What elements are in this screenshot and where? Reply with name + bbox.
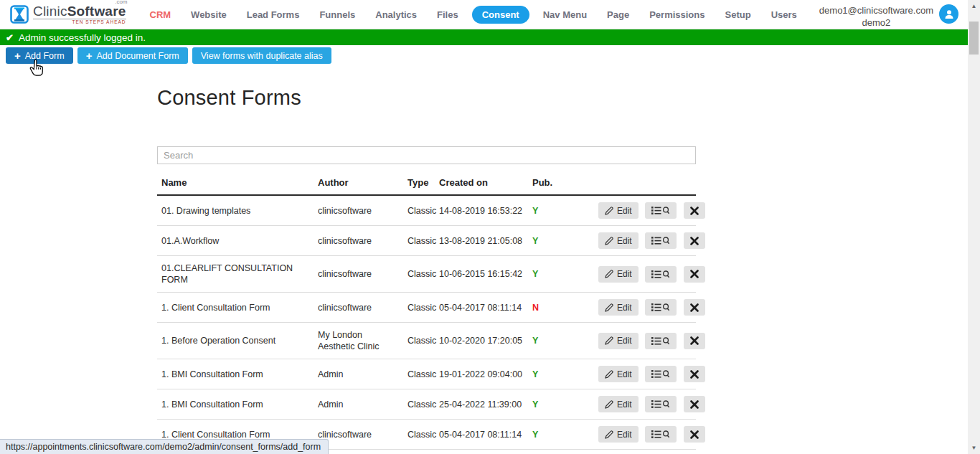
nav-item-setup[interactable]: Setup bbox=[719, 6, 758, 24]
cell-type: Classic bbox=[403, 256, 435, 293]
view-entries-button[interactable] bbox=[645, 366, 677, 382]
cell-pub-status: Y bbox=[528, 226, 590, 256]
x-icon bbox=[690, 303, 699, 312]
clinicsoftware-logo[interactable]: ClinicSoftware .com TEN STEPS AHEAD bbox=[10, 4, 126, 25]
consent-forms-table: NameAuthorTypeCreated onPub. 01. Drawing… bbox=[157, 171, 696, 454]
cell-name: 01. Drawing templates bbox=[157, 195, 314, 226]
main-nav: CRMWebsiteLead FormsFunnelsAnalyticsFile… bbox=[143, 6, 804, 24]
x-icon bbox=[690, 400, 699, 409]
cell-name: 01.CLEARLIFT CONSULTATION FORM bbox=[157, 256, 314, 293]
view-entries-button[interactable] bbox=[645, 426, 677, 443]
cell-pub-status: Y bbox=[528, 359, 590, 389]
edit-button[interactable]: Edit bbox=[598, 333, 639, 349]
view-forms-with-duplicate-alias-button[interactable]: View forms with duplicate alias bbox=[192, 47, 331, 64]
edit-button[interactable]: Edit bbox=[598, 426, 639, 443]
view-entries-button[interactable] bbox=[645, 333, 677, 349]
list-search-icon bbox=[651, 336, 670, 346]
cell-created-on: 05-04-2017 08:11:14 bbox=[435, 420, 528, 450]
edit-button[interactable]: Edit bbox=[598, 232, 639, 249]
column-header-type: Type bbox=[403, 171, 435, 195]
nav-item-page[interactable]: Page bbox=[600, 6, 636, 24]
delete-button[interactable] bbox=[684, 426, 705, 443]
cell-created-on: 13-08-2019 21:05:08 bbox=[435, 226, 528, 256]
cell-created-on: 09-07-2018 18:16:33 bbox=[435, 450, 528, 454]
pencil-icon bbox=[605, 336, 613, 345]
delete-button[interactable] bbox=[684, 299, 705, 316]
delete-button[interactable] bbox=[684, 396, 705, 412]
cell-name: 1. BMI Consultation Form bbox=[157, 359, 314, 389]
cell-created-on: 10-02-2020 17:20:05 bbox=[435, 323, 528, 359]
x-icon bbox=[690, 237, 699, 245]
nav-item-crm[interactable]: CRM bbox=[143, 6, 178, 24]
nav-item-website[interactable]: Website bbox=[184, 6, 233, 24]
cell-type: Classic bbox=[403, 195, 435, 226]
cell-pub-status: N bbox=[528, 293, 590, 323]
delete-button[interactable] bbox=[684, 366, 705, 382]
cell-author: Admin bbox=[314, 359, 403, 389]
pencil-icon bbox=[605, 370, 613, 379]
cell-author: clinicsoftware bbox=[314, 293, 403, 323]
view-entries-button[interactable] bbox=[645, 299, 677, 316]
page-title: Consent Forms bbox=[157, 86, 696, 110]
pencil-icon bbox=[605, 237, 613, 245]
hourglass-logo-icon bbox=[10, 5, 29, 24]
cell-pub-status: Y bbox=[528, 420, 590, 450]
cell-author: My London Aesthetic Clinic bbox=[314, 323, 403, 359]
nav-item-nav-menu[interactable]: Nav Menu bbox=[537, 6, 593, 24]
nav-item-permissions[interactable]: Permissions bbox=[643, 6, 711, 24]
table-row: 1. BMI Consultation Form Admin Classic 2… bbox=[157, 389, 696, 420]
pencil-icon bbox=[605, 303, 613, 312]
nav-item-lead-forms[interactable]: Lead Forms bbox=[240, 6, 306, 24]
success-banner: ✔ Admin successfully logged in. bbox=[0, 29, 968, 45]
x-icon bbox=[690, 270, 699, 278]
edit-button[interactable]: Edit bbox=[598, 396, 639, 412]
scroll-down-arrow-icon[interactable]: ▼ bbox=[968, 442, 980, 454]
list-search-icon bbox=[651, 369, 670, 379]
nav-item-consent[interactable]: Consent bbox=[472, 6, 529, 24]
vertical-scrollbar[interactable]: ▲ ▼ bbox=[968, 0, 980, 454]
pencil-icon bbox=[605, 270, 613, 278]
delete-button[interactable] bbox=[684, 333, 705, 349]
cell-created-on: 19-01-2022 09:04:00 bbox=[435, 359, 528, 389]
edit-button[interactable]: Edit bbox=[598, 202, 639, 219]
add-document-form-button[interactable]: +Add Document Form bbox=[77, 47, 188, 64]
delete-button[interactable] bbox=[684, 266, 705, 283]
cell-type: Classic bbox=[403, 420, 435, 450]
nav-item-users[interactable]: Users bbox=[765, 6, 804, 24]
x-icon bbox=[690, 207, 699, 215]
scroll-up-arrow-icon[interactable]: ▲ bbox=[968, 0, 980, 12]
cell-pub-status: Y bbox=[528, 195, 590, 226]
edit-button[interactable]: Edit bbox=[598, 299, 639, 316]
check-icon: ✔ bbox=[6, 32, 14, 43]
view-entries-button[interactable] bbox=[645, 232, 677, 249]
nav-item-analytics[interactable]: Analytics bbox=[369, 6, 423, 24]
search-input[interactable] bbox=[157, 146, 696, 164]
cell-name: 1. Client Consultation Form bbox=[157, 293, 314, 323]
cell-pub-status: Y bbox=[528, 389, 590, 420]
cell-type: Classic bbox=[403, 323, 435, 359]
table-row: 01. Drawing templates clinicsoftware Cla… bbox=[157, 195, 696, 226]
delete-button[interactable] bbox=[684, 232, 705, 249]
x-icon bbox=[690, 370, 699, 379]
delete-button[interactable] bbox=[684, 202, 705, 219]
view-entries-button[interactable] bbox=[645, 266, 677, 283]
pencil-icon bbox=[605, 430, 613, 439]
cell-name: 01.A.Workflow bbox=[157, 226, 314, 256]
cell-type: Classic bbox=[403, 450, 435, 454]
user-box[interactable]: demo1@clinicsoftware.com demo2 bbox=[819, 2, 958, 29]
edit-button[interactable]: Edit bbox=[598, 266, 639, 283]
cell-author: clinicsoftware bbox=[314, 256, 403, 293]
user-avatar-icon[interactable] bbox=[939, 4, 958, 24]
view-entries-button[interactable] bbox=[645, 396, 677, 412]
cell-author: clinicsoftware bbox=[314, 226, 403, 256]
edit-button[interactable]: Edit bbox=[598, 366, 639, 382]
table-header-row: NameAuthorTypeCreated onPub. bbox=[157, 171, 696, 195]
list-search-icon bbox=[651, 399, 670, 409]
table-row: 1. BMI Consultation Form Admin Classic 1… bbox=[157, 359, 696, 389]
pencil-icon bbox=[605, 400, 613, 409]
table-row: 01.CLEARLIFT CONSULTATION FORM clinicsof… bbox=[157, 256, 696, 293]
nav-item-files[interactable]: Files bbox=[430, 6, 465, 24]
view-entries-button[interactable] bbox=[645, 202, 677, 219]
nav-item-funnels[interactable]: Funnels bbox=[313, 6, 362, 24]
scrollbar-thumb[interactable] bbox=[969, 22, 979, 55]
